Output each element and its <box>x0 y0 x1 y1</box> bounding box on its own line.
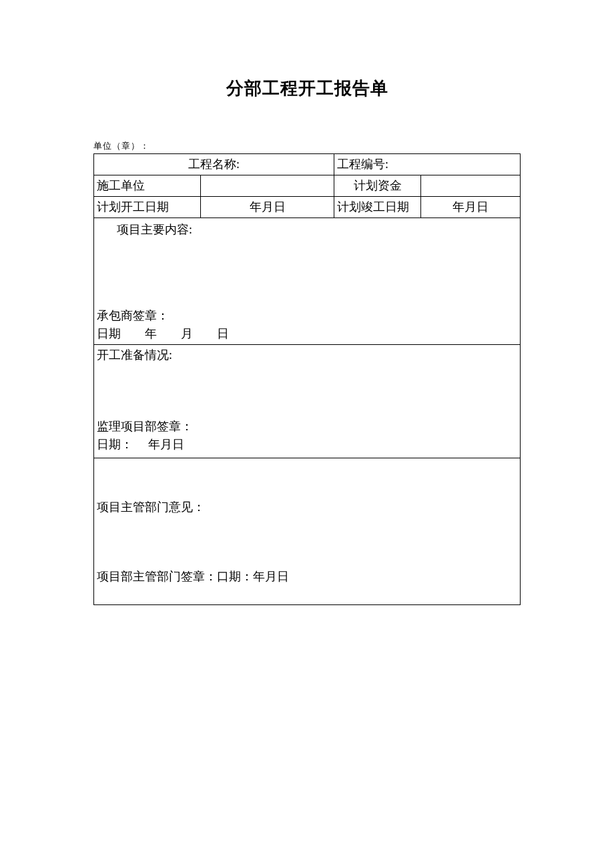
unit-seal-label: 单位（章）： <box>93 140 521 152</box>
row-dates: 计划开工日期 年月日 计划竣工日期 年月日 <box>94 197 521 218</box>
row-preparation: 开工准备情况: 监理项目部签章： 日期： 年月日 <box>94 345 521 458</box>
contractor-sign-label: 承包商签章： <box>97 307 229 325</box>
supervisor-sign-label: 监理项目部签章： <box>97 418 193 436</box>
supervisor-date-line: 日期： 年月日 <box>97 436 193 454</box>
project-name-label: 工程名称: <box>94 154 334 175</box>
department-opinion-label: 项目主管部门意见： <box>97 498 205 516</box>
department-cell: 项目主管部门意见： 项目部主管部门签章：口期：年月日 <box>94 458 521 605</box>
planned-start-label: 计划开工日期 <box>94 197 201 218</box>
planned-fund-label: 计划资金 <box>334 175 421 197</box>
contractor-date-line: 日期 年 月 日 <box>97 325 229 343</box>
row-department: 项目主管部门意见： 项目部主管部门签章：口期：年月日 <box>94 458 521 605</box>
planned-start-value: 年月日 <box>201 197 334 218</box>
row-main-content: 项目主要内容: 承包商签章： 日期 年 月 日 <box>94 218 521 345</box>
row-project-name: 工程名称: 工程编号: <box>94 154 521 175</box>
document-title: 分部工程开工报告单 <box>93 77 521 100</box>
preparation-cell: 开工准备情况: 监理项目部签章： 日期： 年月日 <box>94 345 521 458</box>
row-construction-unit: 施工单位 计划资金 <box>94 175 521 197</box>
planned-end-label: 计划竣工日期 <box>334 197 421 218</box>
construction-unit-value <box>201 175 334 197</box>
form-table: 工程名称: 工程编号: 施工单位 计划资金 计划开工日期 年月日 计划竣工日期 … <box>93 153 521 605</box>
preparation-header: 开工准备情况: <box>97 346 517 364</box>
main-content-cell: 项目主要内容: 承包商签章： 日期 年 月 日 <box>94 218 521 345</box>
planned-end-value: 年月日 <box>421 197 521 218</box>
construction-unit-label: 施工单位 <box>94 175 201 197</box>
main-content-header: 项目主要内容: <box>97 221 517 239</box>
document-page: 分部工程开工报告单 单位（章）： 工程名称: 工程编号: 施工单位 计划资金 计… <box>0 0 614 605</box>
planned-fund-value <box>421 175 521 197</box>
project-number-label: 工程编号: <box>334 154 521 175</box>
department-sign-line: 项目部主管部门签章：口期：年月日 <box>97 568 289 586</box>
